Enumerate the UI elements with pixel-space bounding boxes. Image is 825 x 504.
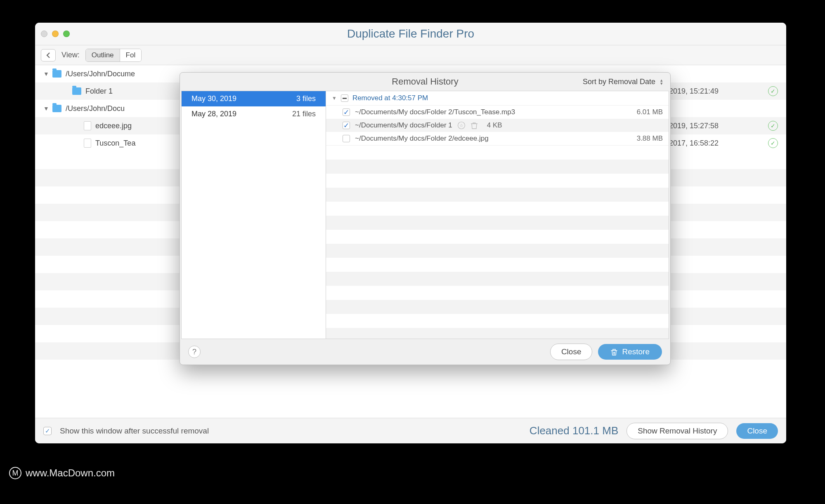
path-label: Tuscon_Tea [95,139,135,148]
toolbar: View: Outline Fol [35,45,786,65]
svg-text:☆: ☆ [459,123,463,128]
checkbox[interactable] [343,135,350,142]
file-size: 3.88 MB [637,134,663,143]
path-label: /Users/John/Docu [66,104,125,113]
segment-outline[interactable]: Outline [86,49,120,61]
path-label: edceee.jpg [95,122,132,130]
show-window-label: Show this window after successful remova… [60,426,209,436]
file-icon [84,139,91,148]
date-label: May 28, 2019 [191,110,236,118]
star-icon[interactable]: ☆ [457,121,466,130]
sheet-body: May 30, 2019 3 files May 28, 2019 21 fil… [181,91,669,339]
app-title: Duplicate File Finder Pro [35,27,786,40]
segment-folders-partial[interactable]: Fol [120,49,142,61]
folder-icon [52,105,61,112]
watermark: M www.MacDown.com [9,467,115,479]
disclosure-triangle-icon[interactable]: ▼ [43,105,49,112]
date-count: 3 files [296,94,316,103]
status-check-icon: ✓ [768,86,778,96]
main-window: Duplicate File Finder Pro View: Outline … [35,23,786,443]
date-label: 4, 2019, 15:27:58 [661,122,760,130]
mixed-checkbox[interactable] [341,94,348,102]
chevron-left-icon [46,52,51,59]
file-icon [84,121,91,130]
file-size: 4 KB [487,121,502,130]
group-header[interactable]: ▼ Removed at 4:30:57 PM [326,91,669,106]
dates-list: May 30, 2019 3 files May 28, 2019 21 fil… [182,91,326,339]
view-segmented-control: Outline Fol [85,49,142,62]
date-label: 4, 2017, 16:58:22 [661,139,760,148]
sheet-close-button[interactable]: Close [550,344,593,360]
date-label: May 30, 2019 [191,94,236,103]
disclosure-triangle-icon[interactable]: ▼ [43,71,49,77]
close-button[interactable]: Close [736,423,778,439]
files-filler [326,145,669,339]
view-label: View: [61,51,80,59]
status-check-icon: ✓ [768,138,778,148]
back-button[interactable] [41,49,56,61]
group-label: Removed at 4:30:57 PM [352,94,428,102]
path-label: Folder 1 [85,87,113,96]
file-row[interactable]: ✓ ~/Documents/My docs/Folder 2/Tuscon_Te… [326,106,669,119]
file-path: ~/Documents/My docs/Folder 2/edceee.jpg [355,134,489,143]
watermark-text: www.MacDown.com [26,467,115,479]
files-list: ▼ Removed at 4:30:57 PM ✓ ~/Documents/My… [326,91,669,339]
date-label: 2, 2019, 15:21:49 [661,87,760,96]
sort-label: Sort by Removal Date [583,78,655,86]
restore-icon [610,348,618,356]
cleaned-label: Cleaned [530,424,570,437]
restore-label: Restore [622,347,650,356]
cleaned-summary: Cleaned 101.1 MB [530,424,618,437]
date-count: 21 files [292,110,316,118]
folder-icon [52,70,61,78]
footer: ✓ Show this window after successful remo… [35,418,786,443]
folder-icon [72,87,81,95]
show-window-checkbox[interactable]: ✓ [43,427,52,435]
checkbox[interactable]: ✓ [343,108,350,116]
file-size: 6.01 MB [637,108,663,116]
removal-history-sheet: Removal History Sort by Removal Date ▴▾ … [180,72,671,365]
disclosure-triangle-icon[interactable]: ▼ [332,95,337,101]
file-path: ~/Documents/My docs/Folder 2/Tuscon_Teas… [355,108,515,116]
trash-icon[interactable] [470,121,478,130]
help-button[interactable]: ? [188,346,201,358]
watermark-icon: M [9,467,21,479]
file-row[interactable]: ✓ ~/Documents/My docs/Folder 1 ☆ 4 KB [326,119,669,132]
stepper-icon: ▴▾ [660,78,663,85]
sort-popup[interactable]: Sort by Removal Date ▴▾ [583,78,663,86]
sheet-footer: ? Close Restore [180,339,670,365]
show-removal-history-button[interactable]: Show Removal History [626,423,728,439]
path-label: /Users/John/Docume [66,70,135,78]
file-path: ~/Documents/My docs/Folder 1 [355,121,452,130]
checkbox[interactable]: ✓ [343,122,350,129]
restore-button[interactable]: Restore [598,344,662,360]
titlebar: Duplicate File Finder Pro [35,23,786,45]
dates-filler [182,122,326,339]
status-check-icon: ✓ [768,121,778,131]
date-row[interactable]: May 30, 2019 3 files [182,91,326,106]
cleaned-value: 101.1 MB [572,424,618,437]
file-row[interactable]: ~/Documents/My docs/Folder 2/edceee.jpg … [326,132,669,145]
sheet-header: Removal History Sort by Removal Date ▴▾ [180,73,670,91]
date-row[interactable]: May 28, 2019 21 files [182,106,326,122]
